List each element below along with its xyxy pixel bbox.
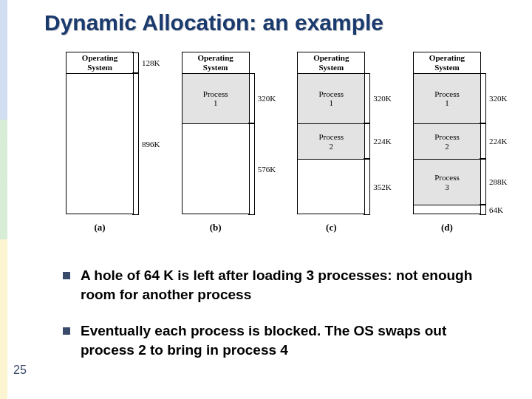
brace-label: 896K (142, 140, 160, 149)
memory-segment: Process 2 (298, 123, 364, 159)
segment-label: Process 2 (434, 132, 460, 151)
memory-segment: Process 1 (298, 73, 364, 124)
bullet-text: A hole of 64 K is left after loading 3 p… (81, 266, 502, 304)
memory-segment: Process 3 (414, 159, 480, 205)
memory-segment (183, 123, 249, 215)
brace-label: 128K (142, 58, 160, 67)
bullet-marker-icon (63, 327, 70, 335)
memory-column: Operating System128K896K (66, 52, 134, 214)
brace-label: 352K (373, 183, 391, 191)
slide-title: Dynamic Allocation: an example (44, 10, 383, 35)
bullet-marker-icon (63, 272, 70, 279)
bullet-item: Eventually each process is blocked. The … (63, 321, 502, 359)
bullet-item: A hole of 64 K is left after loading 3 p… (63, 266, 502, 304)
memory-segment: Process 2 (414, 123, 480, 159)
memory-segment: Operating System (298, 52, 364, 73)
brace-icon (364, 159, 370, 215)
memory-diagram: Operating System128K896K(a) (44, 52, 155, 244)
brace-icon (133, 52, 139, 73)
brace-icon (364, 123, 370, 159)
brace-label: 576K (258, 165, 276, 174)
brace-icon (480, 205, 486, 215)
bullet-text: Eventually each process is blocked. The … (81, 321, 502, 359)
slide-accent-bar (0, 0, 7, 399)
memory-column: Operating SystemProcess 1320KProcess 222… (413, 52, 481, 214)
memory-segment: Operating System (414, 52, 480, 73)
segment-label: Process 3 (434, 173, 460, 191)
brace-label: 320K (489, 94, 507, 103)
memory-segment: Process 1 (414, 73, 480, 124)
segment-label: Operating System (198, 53, 233, 72)
segment-label: Operating System (429, 53, 465, 72)
memory-diagrams: Operating System128K896K(a)Operating Sys… (44, 52, 502, 244)
brace-icon (249, 123, 255, 215)
segment-label: Process 1 (319, 89, 344, 108)
memory-segment: Operating System (183, 52, 249, 73)
page-number: 25 (13, 364, 27, 377)
brace-icon (480, 123, 486, 159)
memory-segment: Operating System (66, 52, 133, 73)
segment-label: Process 1 (203, 89, 228, 108)
brace-icon (133, 73, 139, 216)
bullet-list: A hole of 64 K is left after loading 3 p… (63, 266, 502, 378)
brace-icon (480, 159, 486, 205)
memory-column: Operating SystemProcess 1320KProcess 222… (297, 52, 365, 214)
memory-segment (66, 73, 133, 216)
brace-label: 320K (258, 94, 276, 103)
memory-column: Operating SystemProcess 1320K576K (182, 52, 250, 214)
segment-label: Process 2 (319, 132, 344, 151)
brace-label: 320K (373, 94, 391, 103)
brace-icon (480, 73, 486, 124)
memory-diagram: Operating SystemProcess 1320KProcess 222… (392, 52, 502, 244)
memory-segment (414, 205, 480, 215)
brace-label: 288K (489, 177, 507, 186)
memory-segment: Process 1 (183, 73, 249, 124)
segment-label: Operating System (82, 53, 117, 72)
memory-diagram: Operating SystemProcess 1320K576K(b) (160, 52, 271, 244)
memory-diagram: Operating SystemProcess 1320KProcess 222… (276, 52, 386, 244)
brace-label: 64K (489, 205, 503, 214)
brace-icon (364, 73, 370, 124)
memory-segment (298, 159, 364, 215)
diagram-caption: (b) (210, 222, 222, 233)
segment-label: Operating System (313, 53, 349, 72)
diagram-caption: (c) (326, 222, 336, 233)
segment-label: Process 1 (434, 89, 460, 108)
brace-icon (249, 73, 255, 124)
diagram-caption: (d) (441, 222, 453, 233)
brace-label: 224K (489, 137, 507, 146)
diagram-caption: (a) (94, 222, 105, 233)
brace-label: 224K (373, 137, 391, 146)
